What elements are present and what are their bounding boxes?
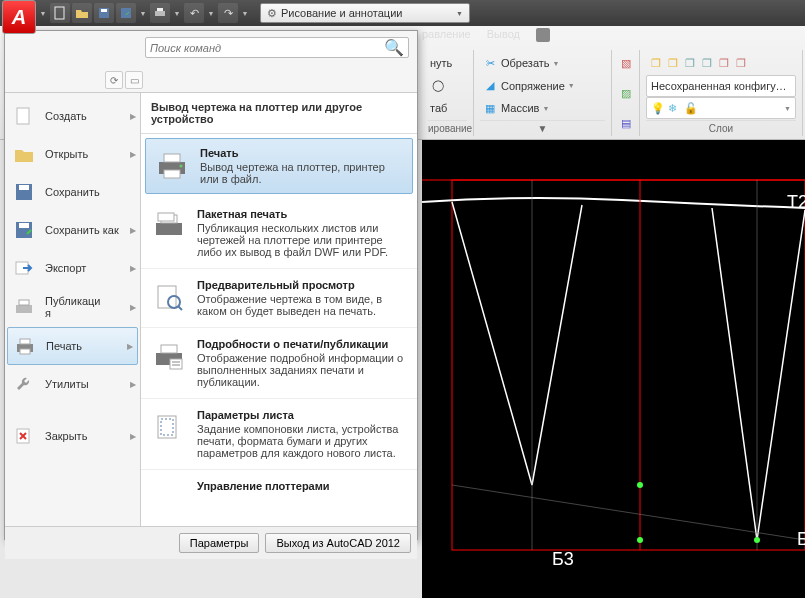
ribbon-tab[interactable]: равление xyxy=(422,28,471,48)
preview-icon xyxy=(151,279,187,315)
open-docs-icon[interactable]: ▭ xyxy=(125,71,143,89)
ribbon-small-btn[interactable]: ▧ xyxy=(618,52,633,74)
submenu-item-batch-print[interactable]: Пакетная печатьПубликация нескольких лис… xyxy=(141,198,417,269)
submenu-title: Вывод чертежа на плоттер или другое устр… xyxy=(141,93,417,134)
svg-point-30 xyxy=(180,165,183,168)
save-dropdown[interactable]: ▼ xyxy=(138,3,148,23)
fillet-button[interactable]: ◢Сопряжение ▼ xyxy=(480,75,605,97)
svg-rect-28 xyxy=(164,154,180,162)
ribbon-tabs: равление Вывод xyxy=(422,28,550,48)
exit-button[interactable]: Выход из AutoCAD 2012 xyxy=(265,533,411,553)
canvas-label-b3: Б3 xyxy=(552,549,574,569)
publish-icon xyxy=(11,296,37,318)
page-setup-icon xyxy=(151,409,187,445)
menu-item-saveas[interactable]: Сохранить как▶ xyxy=(5,211,140,249)
submenu-item-preview[interactable]: Предварительный просмотрОтображение черт… xyxy=(141,269,417,328)
svg-rect-15 xyxy=(17,108,29,124)
svg-rect-21 xyxy=(16,305,32,313)
command-search[interactable]: 🔍 xyxy=(145,37,409,58)
drawing-canvas[interactable]: Т2 Б Б3 xyxy=(422,140,805,598)
menu-item-export[interactable]: Экспорт▶ xyxy=(5,249,140,287)
ribbon-tab-plugins-icon[interactable] xyxy=(536,28,550,42)
svg-rect-17 xyxy=(19,185,29,190)
print-details-icon xyxy=(151,338,187,374)
menu-right-panel: Вывод чертежа на плоттер или другое устр… xyxy=(141,93,417,526)
redo-dropdown[interactable]: ▼ xyxy=(240,3,250,23)
submenu-item-page-setup[interactable]: Параметры листаЗадание компоновки листа,… xyxy=(141,399,417,470)
workspace-label: Рисование и аннотации xyxy=(281,7,402,19)
layer-config-dropdown[interactable]: Несохраненная конфигурация сло xyxy=(646,75,796,97)
folder-open-icon xyxy=(11,143,37,165)
ribbon-tab[interactable]: Вывод xyxy=(487,28,520,48)
save-icon[interactable] xyxy=(94,3,114,23)
canvas-label-t2: Т2 xyxy=(787,192,805,212)
options-button[interactable]: Параметры xyxy=(179,533,260,553)
print-icon[interactable] xyxy=(150,3,170,23)
svg-point-13 xyxy=(637,537,643,543)
layer-icon[interactable]: ❐ xyxy=(665,55,681,71)
undo-icon[interactable]: ↶ xyxy=(184,3,204,23)
ribbon-small-btn[interactable]: ▤ xyxy=(618,112,633,134)
close-icon xyxy=(11,425,37,447)
svg-rect-31 xyxy=(156,223,182,235)
menu-item-close[interactable]: Закрыть▶ xyxy=(5,417,140,455)
ribbon-small-btn[interactable]: ▨ xyxy=(618,82,633,104)
chevron-right-icon: ▶ xyxy=(130,112,136,121)
menu-item-print[interactable]: Печать▶ xyxy=(7,327,138,365)
redo-icon[interactable]: ↷ xyxy=(218,3,238,23)
svg-rect-38 xyxy=(161,345,177,353)
batch-print-icon xyxy=(151,208,187,244)
new-icon[interactable] xyxy=(50,3,70,23)
svg-rect-29 xyxy=(164,170,180,178)
export-icon xyxy=(11,257,37,279)
recent-icon[interactable]: ⟳ xyxy=(105,71,123,89)
layer-icon[interactable]: ❐ xyxy=(648,55,664,71)
svg-rect-22 xyxy=(19,300,29,305)
svg-point-12 xyxy=(637,482,643,488)
app-menu-dropdown[interactable]: ▼ xyxy=(38,3,48,23)
svg-rect-7 xyxy=(452,180,805,550)
open-icon[interactable] xyxy=(72,3,92,23)
circle-icon: ◯ xyxy=(430,78,446,94)
search-input[interactable] xyxy=(150,42,384,54)
svg-point-14 xyxy=(754,537,760,543)
submenu-item-print-details[interactable]: Подробности о печати/публикацииОтображен… xyxy=(141,328,417,399)
saveas-icon[interactable] xyxy=(116,3,136,23)
submenu-item-print[interactable]: ПечатьВывод чертежа на плоттер, принтер … xyxy=(145,138,413,194)
layer-state-dropdown[interactable]: 💡❄🔓▼ xyxy=(646,97,796,119)
search-icon: 🔍 xyxy=(384,38,404,57)
menu-item-open[interactable]: Открыть▶ xyxy=(5,135,140,173)
svg-line-36 xyxy=(178,306,182,310)
layer-icon[interactable]: ❐ xyxy=(716,55,732,71)
app-logo[interactable]: A xyxy=(2,0,36,34)
printer-icon xyxy=(12,335,38,357)
quick-access-toolbar: A ▼ ▼ ▼ ↶ ▼ ↷ ▼ ⚙ Рисование и аннотации … xyxy=(0,0,805,26)
svg-rect-25 xyxy=(20,349,30,354)
menu-footer: Параметры Выход из AutoCAD 2012 xyxy=(5,526,417,559)
workspace-selector[interactable]: ⚙ Рисование и аннотации ▼ xyxy=(260,3,470,23)
menu-item-publish[interactable]: Публикаци я▶ xyxy=(5,287,140,327)
ribbon-group-arrow[interactable]: ▼ xyxy=(480,120,605,134)
array-icon: ▦ xyxy=(482,100,498,116)
menu-item-utilities[interactable]: Утилиты▶ xyxy=(5,365,140,403)
ribbon-btn[interactable]: нуть xyxy=(428,52,467,74)
chevron-down-icon: ▼ xyxy=(456,10,463,17)
array-button[interactable]: ▦Массив ▼ xyxy=(480,97,605,119)
layer-icon[interactable]: ❐ xyxy=(699,55,715,71)
trim-button[interactable]: ✂Обрезать ▼ xyxy=(480,52,605,74)
layer-icon[interactable]: ❐ xyxy=(682,55,698,71)
fillet-icon: ◢ xyxy=(482,78,498,94)
layer-icon[interactable]: ❐ xyxy=(733,55,749,71)
new-file-icon xyxy=(11,105,37,127)
menu-item-new[interactable]: Создать▶ xyxy=(5,97,140,135)
menu-item-save[interactable]: Сохранить xyxy=(5,173,140,211)
ribbon-btn[interactable]: таб xyxy=(428,97,467,119)
svg-rect-39 xyxy=(170,359,182,369)
submenu-item-plotter-manager[interactable]: Управление плоттерами xyxy=(141,470,417,526)
svg-rect-24 xyxy=(20,339,30,344)
menu-left-panel: Создать▶ Открыть▶ Сохранить Сохранить ка… xyxy=(5,93,141,526)
undo-dropdown[interactable]: ▼ xyxy=(206,3,216,23)
ribbon-btn[interactable]: ◯ xyxy=(428,75,467,97)
print-dropdown[interactable]: ▼ xyxy=(172,3,182,23)
wrench-icon xyxy=(11,373,37,395)
